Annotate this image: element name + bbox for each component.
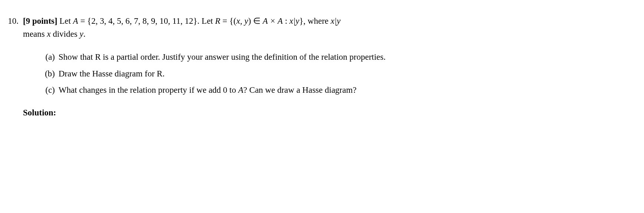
statement-period: . bbox=[83, 29, 86, 39]
subpart-c-text-2: ? Can we draw a Hasse diagram? bbox=[243, 85, 356, 95]
subpart-b: (b) Draw the Hasse diagram for R. bbox=[40, 68, 622, 81]
subpart-a: (a) Show that R is a partial order. Just… bbox=[40, 51, 622, 64]
solution-heading: Solution: bbox=[23, 106, 622, 119]
xdivy: x|y bbox=[289, 16, 299, 26]
subpart-c: (c) What changes in the relation propert… bbox=[40, 84, 622, 97]
where-text: , where bbox=[303, 16, 331, 26]
var-A: A bbox=[73, 16, 78, 26]
set-R-open: {( bbox=[229, 16, 236, 26]
xy-pair: x, y bbox=[236, 16, 248, 26]
problem-body: [9 points] Let A = {2, 3, 4, 5, 6, 7, 8,… bbox=[23, 15, 637, 119]
subpart-c-label: (c) bbox=[40, 84, 59, 97]
var-x: x bbox=[47, 29, 51, 39]
divides-text: divides bbox=[51, 29, 80, 39]
var-R: R bbox=[215, 16, 220, 26]
subpart-c-text-1: What changes in the relation property if… bbox=[59, 85, 238, 95]
subpart-c-text: What changes in the relation property if… bbox=[59, 84, 622, 97]
set-R-mid: ) ∈ bbox=[248, 16, 263, 26]
set-A-value: {2, 3, 4, 5, 6, 7, 8, 9, 10, 11, 12} bbox=[87, 16, 197, 26]
subparts-list: (a) Show that R is a partial order. Just… bbox=[23, 51, 622, 97]
subpart-a-label: (a) bbox=[40, 51, 59, 64]
set-R-close: } bbox=[299, 16, 303, 26]
colon: : bbox=[283, 16, 289, 26]
text-let: Let bbox=[57, 16, 73, 26]
var-A-c: A bbox=[238, 85, 243, 95]
xdivy-2: x|y bbox=[331, 16, 341, 26]
subpart-b-text: Draw the Hasse diagram for R. bbox=[59, 68, 622, 81]
problem-block: 10. [9 points] Let A = {2, 3, 4, 5, 6, 7… bbox=[0, 15, 637, 119]
problem-statement: [9 points] Let A = {2, 3, 4, 5, 6, 7, 8,… bbox=[23, 15, 622, 40]
means-text: means bbox=[23, 29, 47, 39]
equals-2: = bbox=[220, 16, 229, 26]
points-label: [9 points] bbox=[23, 16, 57, 26]
problem-number: 10. bbox=[0, 15, 23, 28]
subpart-a-text: Show that R is a partial order. Justify … bbox=[59, 51, 622, 64]
var-y: y bbox=[80, 29, 83, 39]
period-let: . Let bbox=[197, 16, 215, 26]
AxA: A × A bbox=[263, 16, 283, 26]
equals-1: = bbox=[78, 16, 87, 26]
subpart-b-label: (b) bbox=[40, 68, 59, 81]
